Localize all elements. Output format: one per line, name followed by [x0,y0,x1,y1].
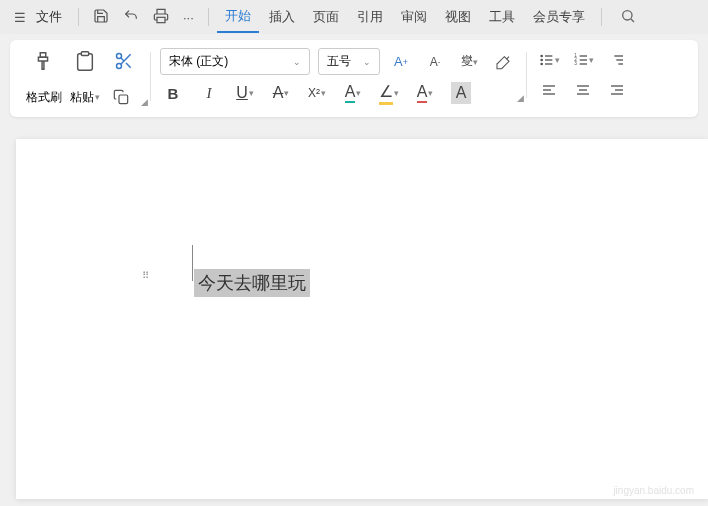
paintbrush-icon [32,50,54,77]
tab-tools[interactable]: 工具 [481,2,523,32]
cut-button[interactable] [108,49,140,78]
selected-text[interactable]: 今天去哪里玩 [194,269,310,297]
group-launcher-icon[interactable]: ◢ [141,97,148,107]
tab-start[interactable]: 开始 [217,1,259,33]
more-icon[interactable]: ··· [177,6,200,29]
print-icon[interactable] [147,4,175,31]
top-menubar: ☰ 文件 ··· 开始 插入 页面 引用 审阅 视图 工具 会员专享 [0,0,708,34]
save-icon[interactable] [87,4,115,31]
bullet-list-button[interactable]: ▾ [536,48,562,72]
svg-point-5 [117,64,122,69]
format-painter-label[interactable]: 格式刷 [26,89,62,106]
divider [208,8,209,26]
svg-point-13 [541,55,542,56]
phonetic-button[interactable]: 燮▾ [456,50,482,74]
font-color-button[interactable]: A▾ [412,81,438,105]
text-cursor [192,245,193,281]
svg-point-15 [541,63,542,64]
bold-button[interactable]: B [160,81,186,105]
font-group: 宋体 (正文) ⌄ 五号 ⌄ A+ A- 燮▾ B I U▾ A▾ X²▾ A▾… [150,48,526,105]
document-page[interactable]: ⠿ 今天去哪里玩 [16,139,708,499]
number-list-button[interactable]: 123▾ [570,48,596,72]
font-size-select[interactable]: 五号 ⌄ [318,48,380,75]
paste-button[interactable] [68,48,102,79]
svg-text:3: 3 [574,61,577,66]
clipboard-icon [74,50,96,77]
svg-rect-9 [119,95,128,104]
svg-line-2 [631,19,634,22]
italic-button[interactable]: I [196,81,222,105]
group-launcher-icon[interactable]: ◢ [517,93,524,103]
svg-point-4 [117,54,122,59]
undo-icon[interactable] [117,4,145,31]
grow-font-button[interactable]: A+ [388,50,414,74]
highlight-button[interactable]: ∠▾ [376,81,402,105]
drag-handle-icon[interactable]: ⠿ [142,273,148,278]
tab-vip[interactable]: 会员专享 [525,2,593,32]
tab-review[interactable]: 审阅 [393,2,435,32]
paragraph-group: ▾ 123▾ [526,48,640,102]
multilevel-list-button[interactable] [604,48,630,72]
align-center-button[interactable] [570,78,596,102]
hamburger-icon[interactable]: ☰ [8,6,32,29]
scissors-icon [114,51,134,76]
underline-button[interactable]: U▾ [232,81,258,105]
svg-point-1 [623,10,632,19]
text-effect-button[interactable]: A▾ [340,81,366,105]
paste-label[interactable]: 粘贴▾ [70,89,100,106]
shading-button[interactable]: A [448,81,474,105]
tab-insert[interactable]: 插入 [261,2,303,32]
copy-icon[interactable] [108,85,134,109]
svg-rect-3 [81,52,88,56]
align-left-button[interactable] [536,78,562,102]
clipboard-group: 格式刷 粘贴▾ ◢ [22,48,150,109]
divider [78,8,79,26]
ribbon-toolbar: 格式刷 粘贴▾ ◢ 宋体 (正文) ⌄ 五号 ⌄ A+ A- 燮▾ [10,40,698,117]
align-right-button[interactable] [604,78,630,102]
file-menu[interactable]: 文件 [36,8,62,26]
clear-format-button[interactable] [490,50,516,74]
svg-point-14 [541,59,542,60]
font-name-value: 宋体 (正文) [169,53,228,70]
format-painter-button[interactable] [26,48,60,79]
shrink-font-button[interactable]: A- [422,50,448,74]
chevron-down-icon: ⌄ [293,57,301,67]
tab-view[interactable]: 视图 [437,2,479,32]
chevron-down-icon: ⌄ [363,57,371,67]
superscript-button[interactable]: X²▾ [304,81,330,105]
svg-line-8 [121,58,124,61]
svg-rect-0 [157,17,165,22]
svg-line-7 [126,63,131,68]
tab-page[interactable]: 页面 [305,2,347,32]
divider [601,8,602,26]
font-name-select[interactable]: 宋体 (正文) ⌄ [160,48,310,75]
search-icon[interactable] [614,4,642,31]
font-size-value: 五号 [327,53,351,70]
tab-reference[interactable]: 引用 [349,2,391,32]
strikethrough-button[interactable]: A▾ [268,81,294,105]
